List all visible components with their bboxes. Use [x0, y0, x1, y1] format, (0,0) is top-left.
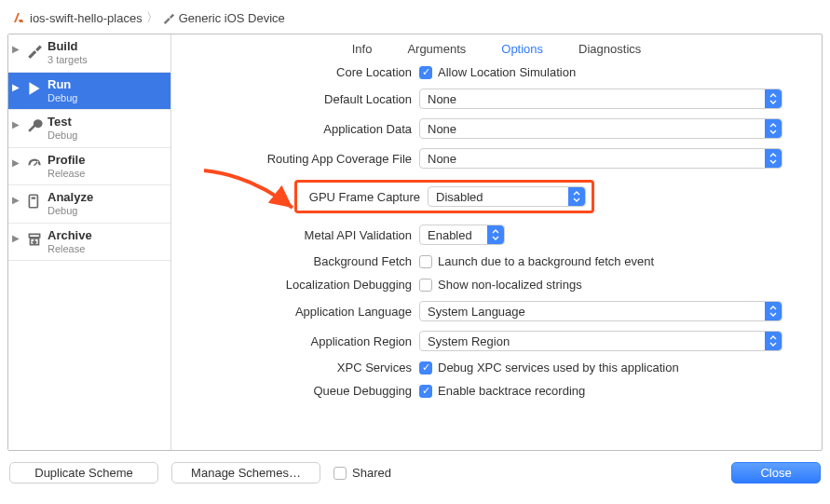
dialog-footer: Duplicate Scheme Manage Schemes… Shared …: [7, 451, 823, 484]
routing-label: Routing App Coverage File: [188, 152, 412, 166]
row-localization-debugging: Localization Debugging Show non-localize…: [188, 278, 805, 292]
tab-info[interactable]: Info: [352, 42, 373, 56]
row-routing-file: Routing App Coverage File None: [188, 148, 805, 169]
xpc-checkbox[interactable]: ✓: [419, 361, 432, 375]
breadcrumb-device[interactable]: Generic iOS Device: [179, 11, 285, 25]
metal-label: Metal API Validation: [188, 228, 412, 242]
sidebar-item-sublabel: Release: [48, 168, 85, 180]
gauge-icon: [25, 154, 44, 172]
close-button[interactable]: Close: [731, 462, 821, 484]
application-data-select[interactable]: None: [419, 118, 782, 139]
row-application-language: Application Language System Language: [188, 301, 805, 321]
sidebar-item-profile[interactable]: ▶ Profile Release: [8, 148, 170, 186]
duplicate-scheme-button[interactable]: Duplicate Scheme: [9, 462, 158, 484]
select-value: Disabled: [436, 190, 483, 204]
sidebar-item-sublabel: Debug: [48, 205, 93, 217]
sidebar-item-label: Run: [48, 78, 77, 92]
sidebar-item-label: Archive: [48, 229, 92, 243]
app-lang-label: Application Language: [188, 305, 412, 319]
chevron-updown-icon: [765, 119, 782, 138]
routing-select[interactable]: None: [419, 148, 782, 169]
select-value: None: [428, 122, 456, 136]
select-value: System Language: [428, 305, 525, 319]
row-application-region: Application Region System Region: [188, 331, 805, 351]
sidebar-item-label: Profile: [48, 154, 85, 168]
callout-highlight: GPU Frame Capture Disabled: [294, 180, 594, 213]
tab-arguments[interactable]: Arguments: [407, 42, 466, 56]
sidebar-item-sublabel: 3 targets: [48, 54, 88, 66]
app-region-label: Application Region: [188, 334, 412, 348]
loc-debug-checkbox[interactable]: [419, 279, 432, 292]
sidebar-item-sublabel: Debug: [48, 92, 77, 104]
hammer-icon: [25, 40, 44, 59]
application-data-label: Application Data: [188, 122, 412, 136]
sidebar-item-label: Build: [48, 40, 88, 54]
disclosure-icon: ▶: [12, 154, 21, 168]
disclosure-icon: ▶: [12, 191, 21, 205]
chevron-updown-icon: [765, 332, 782, 350]
scheme-content: Info Arguments Options Diagnostics Core …: [171, 34, 822, 450]
scheme-editor: ▶ Build 3 targets ▶ Run Debug: [7, 34, 823, 451]
bg-fetch-text: Launch due to a background fetch event: [438, 254, 654, 268]
allow-location-text: Allow Location Simulation: [438, 65, 576, 79]
sidebar-item-label: Test: [48, 116, 77, 129]
gpu-frame-select[interactable]: Disabled: [428, 186, 586, 207]
sidebar-item-sublabel: Release: [48, 243, 92, 255]
tab-diagnostics[interactable]: Diagnostics: [578, 42, 641, 56]
breadcrumb[interactable]: ios-swift-hello-places 〉 Generic iOS Dev…: [7, 7, 823, 34]
xcode-app-icon: [11, 10, 26, 25]
svg-rect-1: [32, 198, 36, 199]
disclosure-icon: ▶: [12, 78, 21, 92]
breadcrumb-separator: 〉: [146, 9, 158, 26]
wrench-icon: [25, 116, 44, 134]
app-lang-select[interactable]: System Language: [419, 301, 782, 321]
archive-icon: [25, 229, 44, 248]
sidebar-item-analyze[interactable]: ▶ Analyze Debug: [8, 185, 170, 224]
sidebar-item-run[interactable]: ▶ Run Debug: [8, 73, 170, 111]
row-queue-debugging: Queue Debugging ✓ Enable backtrace recor…: [188, 384, 805, 398]
queue-label: Queue Debugging: [188, 384, 412, 398]
queue-text: Enable backtrace recording: [438, 384, 585, 398]
chevron-updown-icon: [568, 187, 585, 206]
row-application-data: Application Data None: [188, 118, 805, 139]
shared-checkbox[interactable]: [333, 467, 347, 480]
bg-fetch-checkbox[interactable]: [419, 255, 432, 268]
xpc-text: Debug XPC services used by this applicat…: [438, 361, 679, 375]
options-tabs: Info Arguments Options Diagnostics: [171, 34, 822, 63]
breadcrumb-project[interactable]: ios-swift-hello-places: [30, 11, 143, 25]
sidebar-item-sublabel: Debug: [48, 129, 77, 142]
row-default-location: Default Location None: [188, 89, 805, 109]
select-value: System Region: [428, 334, 510, 348]
chevron-updown-icon: [487, 225, 504, 244]
loc-debug-label: Localization Debugging: [188, 278, 412, 292]
sidebar-item-build[interactable]: ▶ Build 3 targets: [8, 34, 170, 73]
loc-debug-text: Show non-localized strings: [438, 278, 582, 292]
select-value: None: [428, 152, 456, 166]
disclosure-icon: ▶: [12, 40, 21, 54]
sidebar-item-archive[interactable]: ▶ Archive Release: [8, 224, 170, 262]
default-location-select[interactable]: None: [419, 89, 782, 109]
sidebar-item-test[interactable]: ▶ Test Debug: [8, 110, 170, 148]
analyze-icon: [25, 191, 44, 210]
shared-checkbox-group: Shared: [333, 466, 391, 480]
gpu-frame-label: GPU Frame Capture: [303, 190, 420, 204]
sidebar-item-label: Analyze: [48, 191, 93, 205]
manage-schemes-button[interactable]: Manage Schemes…: [171, 462, 320, 484]
row-xpc-services: XPC Services ✓ Debug XPC services used b…: [188, 361, 805, 375]
select-value: Enabled: [428, 228, 472, 242]
chevron-updown-icon: [765, 302, 782, 320]
bg-fetch-label: Background Fetch: [188, 254, 412, 268]
default-location-label: Default Location: [188, 92, 412, 106]
svg-rect-0: [29, 196, 37, 209]
allow-location-checkbox[interactable]: ✓: [419, 66, 432, 79]
queue-checkbox[interactable]: ✓: [419, 385, 432, 398]
disclosure-icon: ▶: [12, 116, 21, 129]
app-region-select[interactable]: System Region: [419, 331, 782, 351]
chevron-updown-icon: [765, 149, 782, 168]
row-background-fetch: Background Fetch Launch due to a backgro…: [188, 254, 805, 268]
metal-select[interactable]: Enabled: [419, 225, 505, 245]
play-icon: [25, 78, 44, 97]
xpc-label: XPC Services: [188, 361, 412, 375]
shared-label: Shared: [352, 466, 391, 480]
tab-options[interactable]: Options: [501, 42, 543, 56]
